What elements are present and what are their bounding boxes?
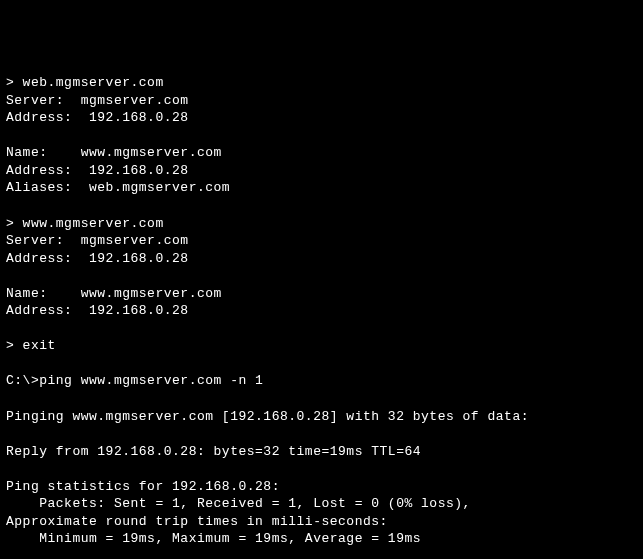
terminal-output[interactable]: > web.mgmserver.comServer: mgmserver.com… [6,74,637,559]
terminal-line: Approximate round trip times in milli-se… [6,513,637,531]
terminal-line: Reply from 192.168.0.28: bytes=32 time=1… [6,443,637,461]
terminal-line: Pinging www.mgmserver.com [192.168.0.28]… [6,408,637,426]
terminal-line [6,390,637,408]
terminal-line [6,197,637,215]
terminal-line: Address: 192.168.0.28 [6,162,637,180]
terminal-line: C:\>ping www.mgmserver.com -n 1 [6,372,637,390]
terminal-line: Name: www.mgmserver.com [6,285,637,303]
terminal-line: > web.mgmserver.com [6,74,637,92]
terminal-line: Aliases: web.mgmserver.com [6,179,637,197]
terminal-line: Minimum = 19ms, Maximum = 19ms, Average … [6,530,637,548]
terminal-line: Address: 192.168.0.28 [6,109,637,127]
terminal-line [6,267,637,285]
terminal-line [6,320,637,338]
terminal-line: Address: 192.168.0.28 [6,302,637,320]
terminal-line: Server: mgmserver.com [6,232,637,250]
terminal-line: > exit [6,337,637,355]
terminal-line [6,127,637,145]
terminal-line: Packets: Sent = 1, Received = 1, Lost = … [6,495,637,513]
terminal-line: Address: 192.168.0.28 [6,250,637,268]
terminal-line [6,460,637,478]
terminal-line [6,548,637,559]
terminal-line [6,355,637,373]
terminal-line: Name: www.mgmserver.com [6,144,637,162]
terminal-line: > www.mgmserver.com [6,215,637,233]
terminal-line: Ping statistics for 192.168.0.28: [6,478,637,496]
terminal-line [6,425,637,443]
terminal-line: Server: mgmserver.com [6,92,637,110]
